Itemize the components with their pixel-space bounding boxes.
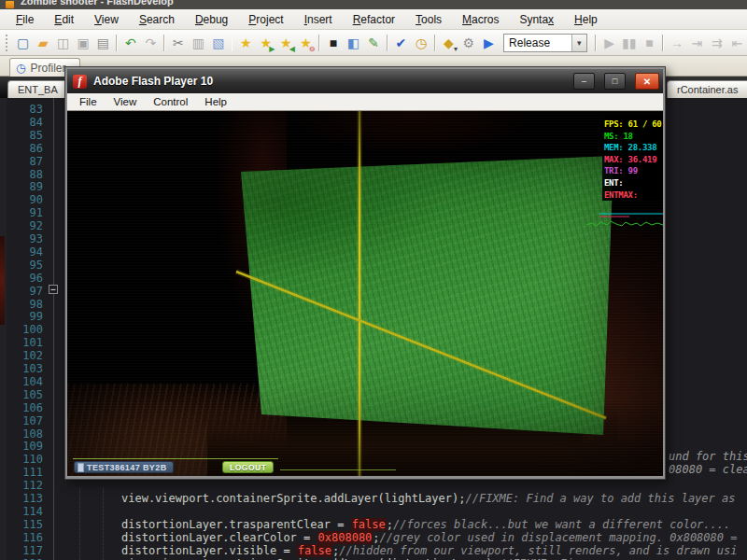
player-menubar: FileViewControlHelp: [67, 93, 663, 111]
open-file-icon[interactable]: ▰: [33, 33, 52, 53]
menu-edit[interactable]: Edit: [44, 10, 84, 29]
configuration-select-combo[interactable]: Release▾: [503, 34, 587, 52]
line-number: 88: [0, 168, 43, 181]
toolbar-grip[interactable]: [6, 35, 10, 51]
step-over-icon[interactable]: ⇥: [687, 33, 707, 53]
line-number: 116: [0, 531, 43, 544]
line-number: 115: [0, 518, 43, 531]
menu-macros[interactable]: Macros: [452, 10, 509, 29]
save-icon[interactable]: ◫: [53, 33, 73, 53]
tab-document-right[interactable]: rContainer.as: [667, 80, 747, 98]
save-all-icon[interactable]: ▣: [73, 33, 92, 53]
menu-insert[interactable]: Insert: [294, 10, 343, 29]
line-number: 86: [0, 142, 43, 155]
line-number: 113: [0, 492, 43, 505]
hud-stat: MS: 18: [604, 131, 663, 143]
step-into-icon[interactable]: ⇉: [707, 33, 726, 53]
menu-debug[interactable]: Debug: [185, 10, 238, 29]
minimize-button[interactable]: –: [573, 73, 595, 90]
project-properties-icon[interactable]: ⚙: [458, 33, 478, 53]
layout-panel-icon[interactable]: ◧: [344, 33, 363, 53]
menu-refactor[interactable]: Refactor: [343, 10, 405, 29]
prev-bookmark-icon[interactable]: ★◀: [275, 33, 295, 53]
line-number: 96: [0, 272, 43, 285]
debug-current-icon[interactable]: →: [667, 33, 686, 53]
menu-view[interactable]: View: [84, 10, 129, 29]
hud-stat: TRI: 99: [604, 165, 663, 177]
user-icon: [78, 463, 84, 472]
maximize-button[interactable]: □: [604, 73, 626, 90]
toolbar-separator: [232, 35, 233, 51]
line-number: 100: [0, 323, 43, 336]
chevron-down-icon[interactable]: ▾: [571, 35, 586, 51]
line-number: 105: [0, 388, 43, 401]
menu-help[interactable]: Help: [564, 10, 608, 29]
line-number: 107: [0, 414, 43, 427]
undo-icon[interactable]: ↶: [120, 33, 140, 53]
close-button[interactable]: ✕: [635, 73, 659, 90]
print-icon[interactable]: ▤: [93, 33, 113, 53]
flashdevelop-window: Zombie shooter - FlashDevelop FileEditVi…: [0, 0, 747, 560]
green-divider-line: [73, 458, 278, 459]
output-panel-icon[interactable]: ■›: [323, 33, 343, 53]
snippet-editor-icon[interactable]: ✎: [363, 33, 383, 53]
cut-icon[interactable]: ✂: [168, 33, 188, 53]
line-number: 93: [0, 232, 43, 245]
toolbar-separator: [595, 35, 597, 51]
flashdevelop-app-icon: [6, 1, 14, 8]
debug-stop-icon[interactable]: ■: [640, 33, 659, 53]
user-session-label: TEST386147 BY2B: [87, 463, 167, 472]
player-menu-control[interactable]: Control: [145, 95, 196, 108]
player-menu-help[interactable]: Help: [196, 95, 235, 108]
line-number: 106: [0, 401, 43, 414]
flash-player-icon: f: [73, 75, 87, 89]
line-number: 102: [0, 349, 43, 362]
menu-file[interactable]: File: [6, 10, 44, 29]
paste-icon[interactable]: ▧: [208, 33, 228, 53]
line-number: 103: [0, 362, 43, 375]
menu-project[interactable]: Project: [238, 10, 293, 29]
main-titlebar[interactable]: Zombie shooter - FlashDevelop: [0, 0, 747, 9]
line-number: 97: [0, 285, 43, 298]
hud-stat: MAX: 36.419: [604, 154, 663, 166]
code-line: distortionLayer.clearColor = 0x808080;//…: [58, 531, 737, 544]
player-menu-file[interactable]: File: [71, 95, 106, 108]
flash-player-titlebar[interactable]: f Adobe Flash Player 10 – □ ✕: [67, 69, 663, 93]
player-menu-view[interactable]: View: [106, 95, 146, 108]
step-out-icon[interactable]: ⇤: [727, 33, 747, 53]
debug-continue-icon[interactable]: ▶: [599, 33, 619, 53]
left-tab-label: ENT_BA: [18, 84, 58, 95]
code-line: view.viewport.containerSprite.addLayer(l…: [58, 492, 735, 505]
debug-pause-icon[interactable]: ▮▮: [619, 33, 639, 53]
fps-graph: [586, 208, 663, 232]
fold-collapse-box[interactable]: −: [49, 285, 58, 294]
line-number: 111: [0, 466, 43, 479]
copy-icon[interactable]: ▥: [189, 33, 208, 53]
test-project-icon[interactable]: ▶: [479, 33, 499, 53]
line-number: 84: [0, 116, 43, 129]
hud-stat: FPS: 61 / 60: [604, 119, 663, 131]
app-toolbar: ▢▰◫▣▤↶↷✂▥▧★★▶★◀★⊖■›◧✎✔◷◆▾⚙▶Release▾▶▮▮■→…: [0, 30, 747, 56]
app-menubar: FileEditViewSearchDebugProjectInsertRefa…: [0, 9, 747, 30]
player-stage[interactable]: FPS: 61 / 60MS: 18MEM: 28.338MAX: 36.419…: [67, 111, 663, 476]
clear-bookmarks-icon[interactable]: ★⊖: [296, 33, 316, 53]
line-number: 89: [0, 180, 43, 193]
syntax-check-icon[interactable]: ✔: [391, 33, 411, 53]
toolbar-separator: [163, 35, 165, 51]
code-fragment: 08080 = clea: [669, 463, 747, 476]
code-line: distortionLayer.trasparentClear = false;…: [58, 518, 730, 531]
flash-player-title: Adobe Flash Player 10: [93, 75, 564, 88]
profiler-clock-icon[interactable]: ◷: [411, 33, 430, 53]
redo-icon[interactable]: ↷: [141, 33, 161, 53]
menu-syntax[interactable]: Syntax: [509, 10, 564, 29]
alarm-clock-icon: ◷: [16, 63, 25, 74]
build-project-icon[interactable]: ◆▾: [439, 33, 458, 53]
logout-button[interactable]: LOGOUT: [222, 461, 274, 473]
menu-search[interactable]: Search: [129, 10, 185, 29]
menu-tools[interactable]: Tools: [405, 10, 452, 29]
next-bookmark-icon[interactable]: ★▶: [256, 33, 275, 53]
toolbar-separator: [318, 35, 320, 51]
user-session-badge: TEST386147 BY2B: [74, 461, 174, 473]
bookmark-icon[interactable]: ★: [235, 33, 255, 53]
new-document-icon[interactable]: ▢: [13, 33, 33, 53]
